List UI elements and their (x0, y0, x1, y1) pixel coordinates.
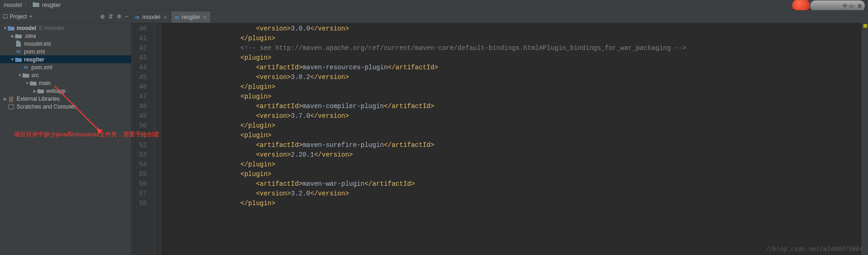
code-line[interactable]: <version>3.2.0</version> (163, 189, 868, 199)
folder-icon (15, 33, 22, 39)
error-stripe[interactable] (862, 23, 868, 255)
tree-node-webapp[interactable]: webapp (0, 87, 131, 95)
tree-node-label: pom.xml (31, 64, 52, 71)
line-number: 47 (132, 92, 147, 102)
close-icon[interactable]: ✕ (203, 15, 207, 20)
mvn-icon: m (15, 49, 22, 55)
tree-node-moodel[interactable]: moodelE:\moodel (0, 24, 131, 32)
tab-label: moodel (142, 14, 160, 20)
line-number: 43 (132, 53, 147, 63)
mvn-icon: m (22, 64, 30, 71)
tree-node-ScratchesandConsoles[interactable]: Scratches and Consoles (0, 103, 131, 110)
hide-icon[interactable]: ┄ (125, 13, 128, 20)
breadcrumb: moodel 〉 resgiter (0, 0, 868, 10)
code-line[interactable]: <artifactId>maven-compiler-plugin</artif… (163, 102, 868, 111)
tree-node-label: Scratches and Consoles (17, 103, 77, 110)
tab-resgiter[interactable]: mresgiter✕ (171, 12, 211, 23)
code-line[interactable]: </plugin> (163, 82, 868, 92)
module-icon (15, 56, 22, 63)
code-line[interactable]: <version>3.7.0</version> (163, 111, 868, 121)
code-line[interactable]: <version>3.0.2</version> (163, 73, 868, 82)
tree-node-resgiter[interactable]: resgiter (0, 55, 131, 63)
expand-arrow-icon[interactable] (25, 81, 30, 85)
folder-icon (22, 72, 30, 79)
code-line[interactable]: <plugin> (163, 53, 868, 63)
assistant-text: 中·☆· (843, 3, 856, 10)
close-icon[interactable]: ✕ (163, 15, 167, 20)
line-number: 48 (132, 102, 147, 111)
code-line[interactable]: <!-- see http://maven.apache.org/ref/cur… (163, 43, 868, 53)
annotation-text: 项目目录中缺少java和resources文件夹，需要手动创建 (14, 130, 159, 139)
maven-icon: m (135, 14, 139, 21)
breadcrumb-root[interactable]: moodel (4, 2, 22, 8)
line-number: 46 (132, 82, 147, 92)
project-tree[interactable]: moodelE:\moodel.ideamoodel.imlmpom.xmlre… (0, 23, 131, 110)
tab-moodel[interactable]: mmoodel✕ (132, 12, 171, 23)
settings-icon[interactable]: ✲ (117, 13, 121, 20)
watermark-text: //blog.csdn.net/a1406075864 (765, 245, 862, 252)
line-number: 42 (132, 43, 147, 53)
code-line[interactable]: <version>2.20.1</version> (163, 150, 868, 160)
code-line[interactable]: </plugin> (163, 199, 868, 208)
line-number: 45 (132, 73, 147, 82)
tree-node-label: pom.xml (24, 49, 45, 55)
tree-node-path: E:\moodel (39, 25, 64, 31)
expand-arrow-icon[interactable] (3, 26, 7, 30)
tab-label: resgiter (182, 14, 200, 20)
chevron-down-icon[interactable]: ▼ (29, 14, 33, 19)
line-number: 58 (132, 199, 147, 208)
tree-node-label: .idea (24, 33, 36, 39)
line-number: 53 (132, 150, 147, 160)
line-number: 52 (132, 140, 147, 150)
warning-indicator-icon[interactable] (863, 24, 867, 28)
gear-icon[interactable]: ⚙ (857, 3, 862, 9)
fold-gutter (155, 23, 161, 255)
tree-node-main[interactable]: main (0, 79, 131, 87)
code-line[interactable]: <version>3.0.0</version> (163, 24, 868, 34)
svg-rect-2 (9, 104, 13, 109)
collapse-icon[interactable]: ⇵ (108, 13, 113, 20)
tree-node-label: webapp (46, 88, 66, 94)
folder-icon (37, 88, 44, 94)
tree-node-label: resgiter (24, 56, 44, 63)
tree-node-ExternalLibraries[interactable]: |||External Libraries (0, 95, 131, 103)
tree-node-moodeliml[interactable]: moodel.iml (0, 40, 131, 48)
code-line[interactable]: <plugin> (163, 170, 868, 179)
target-icon[interactable]: ⊕ (100, 13, 105, 20)
expand-arrow-icon[interactable] (18, 73, 22, 78)
code-line[interactable]: <artifactId>maven-resources-plugin</arti… (163, 63, 868, 73)
tree-node-label: External Libraries (17, 96, 60, 102)
tree-node-pomxml[interactable]: mpom.xml (0, 48, 131, 55)
tree-node-idea[interactable]: .idea (0, 32, 131, 40)
expand-arrow-icon[interactable] (32, 89, 37, 93)
expand-arrow-icon[interactable] (3, 97, 7, 101)
code-line[interactable]: </plugin> (163, 34, 868, 43)
file-icon (15, 41, 22, 47)
tree-node-pomxml[interactable]: mpom.xml (0, 63, 131, 71)
line-number: 56 (132, 179, 147, 189)
expand-arrow-icon[interactable] (10, 34, 15, 38)
line-number: 40 (132, 24, 147, 34)
code-line[interactable]: <artifactId>maven-surefire-plugin</artif… (163, 140, 868, 150)
line-number: 44 (132, 63, 147, 73)
code-editor[interactable]: 40414243444546474849505152535455565758 <… (132, 23, 868, 255)
tree-node-src[interactable]: src (0, 71, 131, 79)
tree-node-label: src (31, 72, 39, 79)
breadcrumb-current[interactable]: resgiter (42, 2, 60, 8)
line-number: 49 (132, 111, 147, 121)
expand-arrow-icon[interactable] (10, 57, 15, 62)
line-number: 57 (132, 189, 147, 199)
tree-node-label: moodel (17, 25, 36, 31)
line-number: 41 (132, 34, 147, 43)
code-line[interactable]: </plugin> (163, 121, 868, 131)
code-line[interactable]: <plugin> (163, 131, 868, 140)
code-line[interactable]: </plugin> (163, 160, 868, 170)
code-line[interactable]: <artifactId>maven-war-plugin</artifactId… (163, 179, 868, 189)
editor-content[interactable]: <version>3.0.0</version> </plugin> <!-- … (161, 23, 868, 255)
code-line[interactable]: <plugin> (163, 92, 868, 102)
project-header: ☐ Project ▼ ⊕ ⇵ ✲ ┄ (0, 10, 131, 23)
module-icon (7, 25, 15, 31)
tree-node-label: main (39, 80, 51, 86)
project-title[interactable]: Project (10, 13, 27, 20)
editor-gutter: 40414243444546474849505152535455565758 (132, 23, 155, 255)
